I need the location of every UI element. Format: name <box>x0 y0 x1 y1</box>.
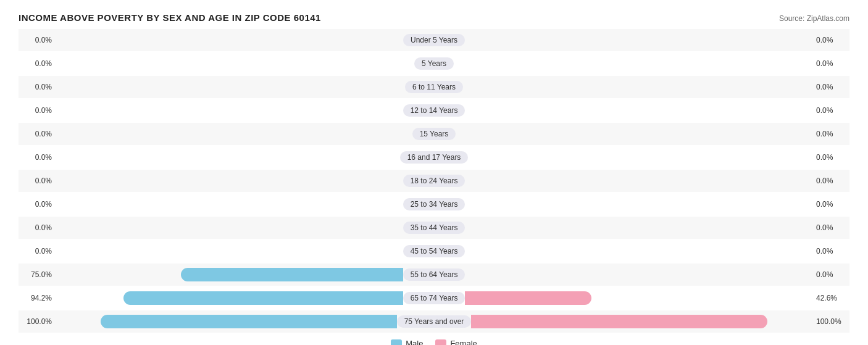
chart-row: 0.0%45 to 54 Years0.0% <box>19 240 849 262</box>
chart-row: 0.0%6 to 11 Years0.0% <box>19 76 849 98</box>
male-value: 0.0% <box>19 36 56 44</box>
female-value: 0.0% <box>812 59 849 68</box>
female-bar-area <box>465 243 812 259</box>
male-bar-area <box>56 56 414 72</box>
male-value: 0.0% <box>19 83 56 91</box>
male-value: 0.0% <box>19 177 56 185</box>
female-value: 0.0% <box>812 106 849 115</box>
female-bar-area <box>465 290 812 306</box>
age-label: 16 and 17 Years <box>400 151 469 164</box>
chart-row: 0.0%18 to 24 Years0.0% <box>19 170 849 192</box>
female-value: 0.0% <box>812 83 849 91</box>
female-bar-area <box>456 126 812 142</box>
age-label: 45 to 54 Years <box>403 245 465 257</box>
chart-row: 0.0%16 and 17 Years0.0% <box>19 146 849 168</box>
age-label: 12 to 14 Years <box>403 104 465 117</box>
female-bar-area <box>471 314 812 330</box>
female-bar-area <box>465 173 812 189</box>
male-bar-area <box>56 243 403 259</box>
male-bar-area <box>56 79 405 95</box>
male-value: 100.0% <box>19 317 56 326</box>
female-value: 42.6% <box>812 294 849 302</box>
female-bar <box>471 315 767 328</box>
age-label: 6 to 11 Years <box>405 81 463 93</box>
male-bar-area <box>56 220 403 236</box>
male-value: 0.0% <box>19 200 56 209</box>
female-value: 0.0% <box>812 270 849 279</box>
male-bar-area <box>56 196 403 212</box>
chart-row: 0.0%35 to 44 Years0.0% <box>19 217 849 239</box>
male-bar-area <box>56 32 403 48</box>
female-value: 0.0% <box>812 177 849 185</box>
female-bar-area <box>465 267 812 283</box>
male-bar <box>101 315 397 328</box>
male-bar-area <box>56 290 403 306</box>
chart-row: 0.0%5 Years0.0% <box>19 52 849 75</box>
age-label: 5 Years <box>414 57 454 70</box>
female-value: 0.0% <box>812 247 849 256</box>
age-label: 55 to 64 Years <box>403 268 465 281</box>
female-bar-area <box>465 220 812 236</box>
female-bar-area <box>465 102 812 118</box>
male-bar-area <box>56 173 403 189</box>
legend-female: Female <box>435 339 477 345</box>
female-legend-box <box>435 339 446 346</box>
male-value: 0.0% <box>19 223 56 232</box>
chart-area: 0.0%Under 5 Years0.0%0.0%5 Years0.0%0.0%… <box>19 29 849 333</box>
male-legend-box <box>391 339 402 346</box>
female-bar-area <box>463 79 812 95</box>
chart-row: 75.0%55 to 64 Years0.0% <box>19 264 849 286</box>
female-bar-area <box>454 56 812 72</box>
female-value: 100.0% <box>812 317 849 326</box>
female-value: 0.0% <box>812 36 849 44</box>
male-value: 0.0% <box>19 247 56 256</box>
female-bar-area <box>465 196 812 212</box>
female-value: 0.0% <box>812 130 849 138</box>
male-value: 0.0% <box>19 59 56 68</box>
male-value: 0.0% <box>19 153 56 162</box>
female-value: 0.0% <box>812 223 849 232</box>
male-bar-area <box>56 314 397 330</box>
female-value: 0.0% <box>812 153 849 162</box>
age-label: Under 5 Years <box>403 34 465 46</box>
chart-row: 0.0%Under 5 Years0.0% <box>19 29 849 51</box>
chart-row: 0.0%12 to 14 Years0.0% <box>19 99 849 122</box>
male-bar-area <box>56 149 400 165</box>
male-legend-label: Male <box>406 339 423 345</box>
male-value: 0.0% <box>19 130 56 138</box>
chart-row: 0.0%15 Years0.0% <box>19 123 849 145</box>
male-bar-area <box>56 102 403 118</box>
age-label: 25 to 34 Years <box>403 198 465 210</box>
female-bar-area <box>468 149 812 165</box>
female-bar-area <box>465 32 812 48</box>
age-label: 65 to 74 Years <box>403 292 465 304</box>
age-label: 15 Years <box>412 128 456 140</box>
age-label: 18 to 24 Years <box>403 175 465 187</box>
female-bar <box>465 291 591 305</box>
male-bar <box>123 291 403 305</box>
chart-row: 100.0%75 Years and over100.0% <box>19 310 849 333</box>
chart-row: 94.2%65 to 74 Years42.6% <box>19 287 849 309</box>
male-bar-area <box>56 126 412 142</box>
male-value: 94.2% <box>19 294 56 302</box>
male-value: 0.0% <box>19 106 56 115</box>
legend: Male Female <box>19 339 849 345</box>
age-label: 35 to 44 Years <box>403 222 465 234</box>
female-legend-label: Female <box>450 339 477 345</box>
age-label: 75 Years and over <box>397 315 472 328</box>
chart-row: 0.0%25 to 34 Years0.0% <box>19 193 849 215</box>
male-bar-area <box>56 267 403 283</box>
legend-male: Male <box>391 339 423 345</box>
female-value: 0.0% <box>812 200 849 209</box>
male-bar <box>181 268 403 281</box>
male-value: 75.0% <box>19 270 56 279</box>
